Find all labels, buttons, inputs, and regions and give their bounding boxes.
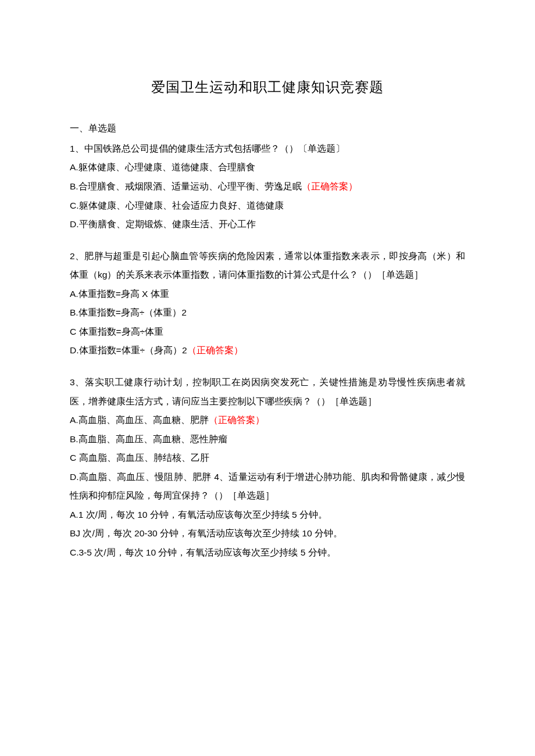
- option-d-and-question-4-stem: D.高血脂、高血压、慢阻肺、肥胖 4、适量运动有利于增进心肺功能、肌肉和骨骼健康…: [70, 468, 465, 506]
- option-b: B.合理膳食、戒烟限酒、适量运动、心理平衡、劳逸足眠（正确答案）: [70, 177, 465, 196]
- option-b: B.体重指数=身高÷（体重）2: [70, 303, 465, 323]
- correct-answer-marker: （正确答案）: [187, 345, 243, 355]
- option-a: A.躯体健康、心理健康、道德健康、合理膳食: [70, 158, 465, 177]
- option-b-text: B.合理膳食、戒烟限酒、适量运动、心理平衡、劳逸足眠: [70, 181, 302, 191]
- option-a-text: A.高血脂、高血压、高血糖、肥胖: [70, 415, 209, 425]
- q4-option-c: C.3-5 次/周，每次 10 分钟，有氧活动应该每次至少持续 5 分钟。: [70, 543, 465, 562]
- option-d: D.体重指数=体重÷（身高）2（正确答案）: [70, 341, 465, 360]
- correct-answer-marker: （正确答案）: [209, 415, 265, 425]
- option-c: C 体重指数=身高÷体重: [70, 323, 465, 342]
- question-stem: 3、落实职工健康行动计划，控制职工在岗因病突发死亡，关键性措施是劝导慢性疾病患者…: [70, 373, 465, 411]
- q4-option-a: A.1 次/周，每次 10 分钟，有氧活动应该每次至少持续 5 分钟。: [70, 506, 465, 525]
- option-a: A.体重指数=身高 X 体重: [70, 285, 465, 304]
- section-heading: 一、单选题: [70, 119, 465, 138]
- question-stem: 1、中国铁路总公司提倡的健康生活方式包括哪些？（）〔单选题〕: [70, 139, 465, 159]
- option-d-text: D.体重指数=体重÷（身高）2: [70, 345, 187, 355]
- question-2: 2、肥胖与超重是引起心脑血管等疾病的危险因素，通常以体重指数来表示，即按身高（米…: [70, 247, 465, 360]
- option-c: C.躯体健康、心理健康、社会适应力良好、道德健康: [70, 196, 465, 216]
- option-b: B.高血脂、高血压、高血糖、恶性肿瘤: [70, 430, 465, 449]
- question-3: 3、落实职工健康行动计划，控制职工在岗因病突发死亡，关键性措施是劝导慢性疾病患者…: [70, 373, 465, 562]
- q4-option-b: BJ 次/周，每次 20-30 分钟，有氧活动应该每次至少持续 10 分钟。: [70, 524, 465, 543]
- option-a: A.高血脂、高血压、高血糖、肥胖（正确答案）: [70, 411, 465, 430]
- question-1: 1、中国铁路总公司提倡的健康生活方式包括哪些？（）〔单选题〕 A.躯体健康、心理…: [70, 139, 465, 234]
- correct-answer-marker: （正确答案）: [302, 181, 358, 191]
- option-c: C 高血脂、高血压、肺结核、乙肝: [70, 449, 465, 468]
- option-d: D.平衡膳食、定期锻炼、健康生活、开心工作: [70, 215, 465, 234]
- question-stem: 2、肥胖与超重是引起心脑血管等疾病的危险因素，通常以体重指数来表示，即按身高（米…: [70, 247, 465, 285]
- document-title: 爱国卫生运动和职工健康知识竞赛题: [70, 73, 465, 102]
- document-page: 爱国卫生运动和职工健康知识竞赛题 一、单选题 1、中国铁路总公司提倡的健康生活方…: [0, 0, 535, 756]
